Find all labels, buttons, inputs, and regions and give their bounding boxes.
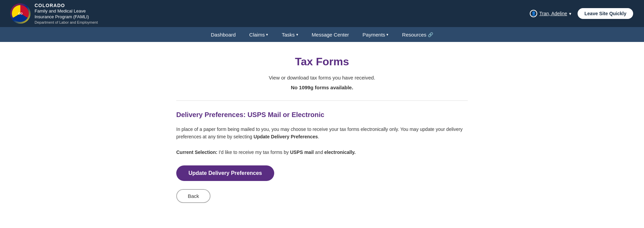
current-and: and [315, 150, 324, 155]
current-usps: USPS mail [290, 150, 314, 155]
user-menu[interactable]: 👤 Tran, Adeline ▾ [530, 10, 571, 17]
page-title: Tax Forms [176, 55, 468, 68]
back-button[interactable]: Back [176, 189, 210, 203]
header-actions: 👤 Tran, Adeline ▾ Leave Site Quickly [530, 7, 634, 20]
nav-message-center-label: Message Center [312, 32, 349, 38]
delivery-section-title: Delivery Preferences: USPS Mail or Elect… [176, 111, 468, 119]
divider [176, 100, 468, 101]
current-selection-text: Current Selection: I'd like to receive m… [176, 149, 468, 156]
user-dropdown-arrow: ▾ [569, 11, 571, 16]
no-forms-message: No 1099g forms available. [176, 85, 468, 90]
org-sub1: Family and Medical Leave [35, 8, 98, 14]
user-icon: 👤 [530, 10, 537, 17]
description-text: In place of a paper form being mailed to… [176, 127, 463, 139]
nav-tasks-label: Tasks [282, 32, 295, 38]
nav-claims-label: Claims [249, 32, 265, 38]
logo-area: CO COLORADO Family and Medical Leave Ins… [10, 2, 98, 25]
page-subtitle: View or download tax forms you have rece… [176, 75, 468, 81]
user-name: Tran, Adeline [539, 11, 567, 16]
nav-resources-label: Resources [402, 32, 426, 38]
delivery-description: In place of a paper form being mailed to… [176, 126, 468, 141]
org-sub2: Insurance Program (FAMLI) [35, 14, 98, 20]
payments-arrow: ▾ [386, 32, 388, 37]
nav-payments-label: Payments [363, 32, 385, 38]
leave-site-button[interactable]: Leave Site Quickly [577, 7, 634, 20]
resources-external-icon: 🔗 [428, 32, 433, 37]
colorado-logo: CO [10, 3, 31, 24]
claims-arrow: ▾ [266, 32, 268, 37]
org-name: COLORADO [35, 2, 98, 8]
main-content: Tax Forms View or download tax forms you… [169, 42, 475, 216]
nav-dashboard-label: Dashboard [211, 32, 236, 38]
tasks-arrow: ▾ [296, 32, 298, 37]
update-delivery-button[interactable]: Update Delivery Preferences [176, 165, 274, 181]
org-dept: Department of Labor and Employment [35, 20, 98, 25]
nav-tasks[interactable]: Tasks ▾ [275, 28, 305, 41]
current-text-before: I'd like to receive my tax forms by [219, 150, 290, 155]
description-end: . [318, 134, 319, 139]
current-label: Current Selection: [176, 150, 217, 155]
org-info: COLORADO Family and Medical Leave Insura… [35, 2, 98, 25]
site-header: CO COLORADO Family and Medical Leave Ins… [0, 0, 644, 27]
description-link: Update Delivery Preferences [254, 134, 318, 139]
nav-claims[interactable]: Claims ▾ [242, 28, 275, 41]
nav-resources[interactable]: Resources 🔗 [395, 28, 440, 41]
main-nav: Dashboard Claims ▾ Tasks ▾ Message Cente… [0, 27, 644, 42]
nav-dashboard[interactable]: Dashboard [204, 28, 242, 41]
nav-payments[interactable]: Payments ▾ [356, 28, 396, 41]
current-electronic: electronically. [324, 150, 356, 155]
nav-message-center[interactable]: Message Center [305, 28, 356, 41]
